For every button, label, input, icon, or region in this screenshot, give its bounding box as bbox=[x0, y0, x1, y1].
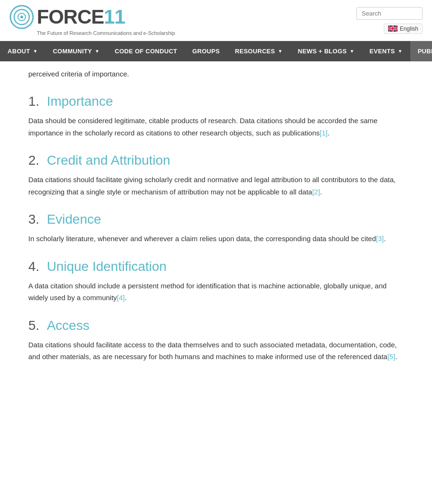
nav-arrow-about: ▼ bbox=[33, 49, 38, 54]
section-1-title: Importance bbox=[47, 94, 113, 109]
nav-arrow-events: ▼ bbox=[398, 49, 402, 54]
section-4-number: 4. bbox=[28, 259, 39, 274]
section-4-footnote-link[interactable]: [4] bbox=[117, 294, 125, 302]
section-3-body-text: In scholarly literature, whenever and wh… bbox=[28, 235, 376, 243]
section-4: 4. Unique Identification A data citation… bbox=[28, 259, 404, 304]
section-5-title: Access bbox=[47, 318, 89, 333]
section-5-body-text: Data citations should facilitate access … bbox=[28, 341, 397, 361]
section-2-body: Data citations should facilitate giving … bbox=[28, 174, 404, 198]
nav-item-news-blogs[interactable]: NEWS + BLOGS ▼ bbox=[290, 41, 362, 61]
section-2-heading: 2. Credit and Attribution bbox=[28, 153, 404, 168]
nav-arrow-community: ▼ bbox=[95, 49, 100, 54]
section-1-heading: 1. Importance bbox=[28, 94, 404, 109]
section-2-body-text: Data citations should facilitate giving … bbox=[28, 176, 396, 196]
section-2-title: Credit and Attribution bbox=[47, 153, 170, 168]
section-3-title: Evidence bbox=[47, 212, 101, 227]
section-1-number: 1. bbox=[28, 94, 39, 109]
nav-arrow-news-blogs: ▼ bbox=[349, 49, 354, 54]
section-4-heading: 4. Unique Identification bbox=[28, 259, 404, 274]
section-1: 1. Importance Data should be considered … bbox=[28, 94, 404, 139]
force11-logo-icon bbox=[9, 5, 34, 29]
logo-name-main: FORCE bbox=[37, 6, 104, 28]
nav-item-resources[interactable]: RESOURCES ▼ bbox=[227, 41, 290, 61]
intro-paragraph: perceived criteria of importance. bbox=[28, 61, 404, 89]
logo[interactable]: FORCE11 bbox=[9, 5, 175, 29]
search-input[interactable] bbox=[356, 7, 423, 20]
section-5-footnote-link[interactable]: [5] bbox=[387, 353, 395, 361]
section-1-footnote-link[interactable]: [1] bbox=[320, 129, 328, 137]
nav-item-public[interactable]: PUBLIC bbox=[410, 41, 432, 61]
section-5: 5. Access Data citations should facilita… bbox=[28, 318, 404, 363]
nav-label-events: EVENTS bbox=[370, 48, 395, 55]
section-3-number: 3. bbox=[28, 212, 39, 227]
nav-label-code-of-conduct: CODE OF CONDUCT bbox=[115, 48, 177, 55]
nav-item-events[interactable]: EVENTS ▼ bbox=[362, 41, 410, 61]
section-3-body: In scholarly literature, whenever and wh… bbox=[28, 233, 404, 245]
section-2-number: 2. bbox=[28, 153, 39, 168]
section-5-number: 5. bbox=[28, 318, 39, 333]
logo-area: FORCE11 The Future of Research Communica… bbox=[9, 5, 175, 36]
logo-tagline: The Future of Research Communications an… bbox=[37, 30, 175, 36]
svg-point-3 bbox=[20, 16, 23, 18]
nav-label-community: COMMUNITY bbox=[53, 48, 92, 55]
section-2-footnote-link[interactable]: [2] bbox=[312, 188, 320, 196]
section-5-body: Data citations should facilitate access … bbox=[28, 339, 404, 363]
main-content: perceived criteria of importance. 1. Imp… bbox=[0, 61, 432, 396]
section-2: 2. Credit and Attribution Data citations… bbox=[28, 153, 404, 198]
nav-item-about[interactable]: ABOUT ▼ bbox=[0, 41, 45, 61]
language-selector[interactable]: English bbox=[384, 24, 423, 34]
nav-label-resources: RESOURCES bbox=[235, 48, 275, 55]
nav-label-news-blogs: NEWS + BLOGS bbox=[298, 48, 347, 55]
section-4-body: A data citation should include a persist… bbox=[28, 280, 404, 304]
section-5-heading: 5. Access bbox=[28, 318, 404, 333]
main-navbar: ABOUT ▼ COMMUNITY ▼ CODE OF CONDUCT GROU… bbox=[0, 41, 432, 61]
section-4-body-text: A data citation should include a persist… bbox=[28, 282, 387, 302]
nav-arrow-resources: ▼ bbox=[278, 49, 283, 54]
section-3-footnote-link[interactable]: [3] bbox=[376, 235, 384, 243]
section-1-body: Data should be considered legitimate, ci… bbox=[28, 115, 404, 139]
nav-item-groups[interactable]: GROUPS bbox=[185, 41, 227, 61]
flag-icon bbox=[388, 25, 398, 32]
language-label: English bbox=[400, 25, 418, 32]
section-4-title: Unique Identification bbox=[47, 259, 167, 274]
nav-label-public: PUBLIC bbox=[418, 48, 432, 55]
nav-item-code-of-conduct[interactable]: CODE OF CONDUCT bbox=[107, 41, 185, 61]
svg-rect-12 bbox=[388, 28, 398, 29]
header-right: English bbox=[356, 7, 423, 34]
site-header: FORCE11 The Future of Research Communica… bbox=[0, 0, 432, 41]
logo-text-group: FORCE11 bbox=[37, 6, 125, 28]
nav-label-groups: GROUPS bbox=[192, 48, 220, 55]
section-3-heading: 3. Evidence bbox=[28, 212, 404, 227]
nav-label-about: ABOUT bbox=[8, 48, 30, 55]
nav-item-community[interactable]: COMMUNITY ▼ bbox=[45, 41, 107, 61]
section-3: 3. Evidence In scholarly literature, whe… bbox=[28, 212, 404, 245]
logo-name-number: 11 bbox=[104, 6, 125, 28]
